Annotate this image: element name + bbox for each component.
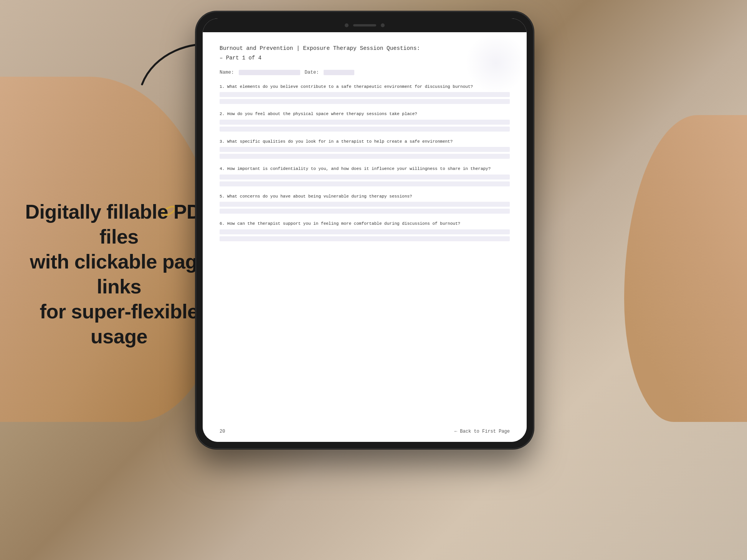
pdf-title-line1: Burnout and Prevention | Exposure Therap…: [220, 44, 510, 53]
left-text-line2: with clickable page links: [23, 249, 215, 299]
date-input-field[interactable]: [324, 70, 354, 75]
question-6-answer[interactable]: [220, 229, 510, 241]
name-date-row: Name: Date:: [220, 70, 510, 75]
answer-line[interactable]: [220, 181, 510, 186]
pdf-title-block: Burnout and Prevention | Exposure Therap…: [220, 44, 510, 62]
left-text-line1: Digitally fillable PDF files: [23, 199, 215, 249]
answer-line[interactable]: [220, 92, 510, 97]
answer-line[interactable]: [220, 236, 510, 241]
date-label: Date:: [305, 70, 319, 75]
name-input-field[interactable]: [239, 70, 300, 75]
ipad-body: Burnout and Prevention | Exposure Therap…: [196, 12, 534, 449]
answer-line[interactable]: [220, 209, 510, 214]
question-2-text: 2. How do you feel about the physical sp…: [220, 111, 510, 117]
ipad-camera-bar: [203, 18, 527, 32]
question-4-text: 4. How important is confidentiality to y…: [220, 166, 510, 172]
camera-dot-2: [381, 23, 385, 27]
question-1-answer[interactable]: [220, 92, 510, 104]
page-number: 20: [220, 429, 225, 434]
question-4: 4. How important is confidentiality to y…: [220, 166, 510, 186]
answer-line[interactable]: [220, 202, 510, 207]
camera-dot-1: [345, 23, 349, 27]
pdf-title-line2: – Part 1 of 4: [220, 54, 510, 62]
question-2-answer[interactable]: [220, 120, 510, 132]
question-2: 2. How do you feel about the physical sp…: [220, 111, 510, 132]
back-to-first-page-link[interactable]: ← Back to First Page: [454, 429, 510, 434]
name-label: Name:: [220, 70, 234, 75]
marketing-text: Digitally fillable PDF files with clicka…: [23, 199, 215, 349]
question-1: 1. What elements do you believe contribu…: [220, 84, 510, 104]
question-3-text: 3. What specific qualities do you look f…: [220, 138, 510, 145]
question-5-answer[interactable]: [220, 202, 510, 214]
answer-line[interactable]: [220, 229, 510, 234]
answer-line[interactable]: [220, 147, 510, 152]
answer-line[interactable]: [220, 127, 510, 132]
pdf-footer: 20 ← Back to First Page: [220, 429, 510, 434]
answer-line[interactable]: [220, 154, 510, 159]
question-3: 3. What specific qualities do you look f…: [220, 138, 510, 159]
answer-line[interactable]: [220, 120, 510, 125]
question-5: 5. What concerns do you have about being…: [220, 193, 510, 214]
question-1-text: 1. What elements do you believe contribu…: [220, 84, 510, 90]
question-6-text: 6. How can the therapist support you in …: [220, 221, 510, 227]
question-6: 6. How can the therapist support you in …: [220, 221, 510, 241]
speaker-bar: [353, 24, 376, 26]
left-text-line3: for super-flexible usage: [23, 299, 215, 349]
question-3-answer[interactable]: [220, 147, 510, 159]
question-5-text: 5. What concerns do you have about being…: [220, 193, 510, 200]
ipad-device: Burnout and Prevention | Exposure Therap…: [196, 12, 534, 449]
question-4-answer[interactable]: [220, 175, 510, 186]
ipad-screen: Burnout and Prevention | Exposure Therap…: [203, 18, 527, 442]
answer-line[interactable]: [220, 175, 510, 180]
answer-line[interactable]: [220, 99, 510, 104]
pdf-document: Burnout and Prevention | Exposure Therap…: [203, 32, 527, 442]
